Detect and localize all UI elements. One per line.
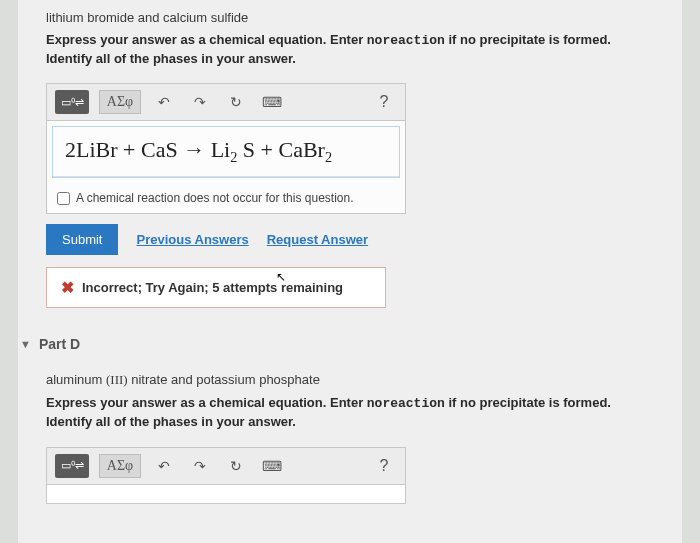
instr-text-a: Express your answer as a chemical equati…: [46, 32, 367, 47]
no-reaction-label: A chemical reaction does not occur for t…: [76, 191, 353, 205]
part-d-title: Part D: [39, 336, 80, 352]
equation-widget-d: ▭⁰⇌ ΑΣφ ↶ ↷ ↻ ⌨ ?: [46, 447, 406, 504]
special-chars-button-d[interactable]: ΑΣφ: [99, 454, 141, 478]
partd-intro: aluminum (III) nitrate and potassium pho…: [46, 372, 654, 388]
feedback-text: Incorrect; Try Again; 5 attempts remaini…: [82, 280, 343, 295]
no-reaction-checkbox[interactable]: [57, 192, 70, 205]
partc-intro: lithium bromide and calcium sulfide: [46, 10, 654, 25]
partd-instruction: Express your answer as a chemical equati…: [46, 394, 654, 430]
redo-icon-d[interactable]: ↷: [187, 454, 213, 478]
help-icon[interactable]: ?: [371, 90, 397, 114]
instr-noreaction: noreaction: [367, 33, 445, 48]
instr2-noreaction: noreaction: [367, 396, 445, 411]
reset-icon-d[interactable]: ↻: [223, 454, 249, 478]
keyboard-icon-d[interactable]: ⌨: [259, 454, 285, 478]
no-reaction-row[interactable]: A chemical reaction does not occur for t…: [47, 183, 405, 213]
partd-intro-roman: (III): [106, 372, 128, 387]
partd-intro-a: aluminum: [46, 372, 102, 387]
partd-intro-b: nitrate and potassium phosphate: [128, 372, 320, 387]
redo-icon[interactable]: ↷: [187, 90, 213, 114]
partc-instruction: Express your answer as a chemical equati…: [46, 31, 654, 67]
special-chars-button[interactable]: ΑΣφ: [99, 90, 141, 114]
undo-icon-d[interactable]: ↶: [151, 454, 177, 478]
template-button-d[interactable]: ▭⁰⇌: [55, 454, 89, 478]
help-icon-d[interactable]: ?: [371, 454, 397, 478]
submit-button[interactable]: Submit: [46, 224, 118, 255]
action-row: Submit Previous Answers Request Answer: [46, 224, 654, 255]
equation-input[interactable]: 2LiBr + CaS → Li2 S + CaBr2: [53, 127, 399, 177]
instr2-text-a: Express your answer as a chemical equati…: [46, 395, 367, 410]
equation-widget: ▭⁰⇌ ΑΣφ ↶ ↷ ↻ ⌨ ? 2LiBr + CaS → Li2 S + …: [46, 83, 406, 214]
equation-toolbar-d: ▭⁰⇌ ΑΣφ ↶ ↷ ↻ ⌨ ?: [47, 448, 405, 485]
incorrect-icon: ✖: [61, 278, 74, 297]
undo-icon[interactable]: ↶: [151, 90, 177, 114]
previous-answers-link[interactable]: Previous Answers: [136, 232, 248, 247]
page-container: lithium bromide and calcium sulfide Expr…: [18, 0, 682, 543]
keyboard-icon[interactable]: ⌨: [259, 90, 285, 114]
part-d-header[interactable]: ▼ Part D: [20, 336, 654, 352]
collapse-icon[interactable]: ▼: [20, 338, 31, 350]
equation-toolbar: ▭⁰⇌ ΑΣφ ↶ ↷ ↻ ⌨ ?: [47, 84, 405, 121]
reset-icon[interactable]: ↻: [223, 90, 249, 114]
feedback-box: ✖ Incorrect; Try Again; 5 attempts remai…: [46, 267, 386, 308]
template-button[interactable]: ▭⁰⇌: [55, 90, 89, 114]
request-answer-link[interactable]: Request Answer: [267, 232, 368, 247]
equation-input-d[interactable]: [47, 485, 405, 503]
